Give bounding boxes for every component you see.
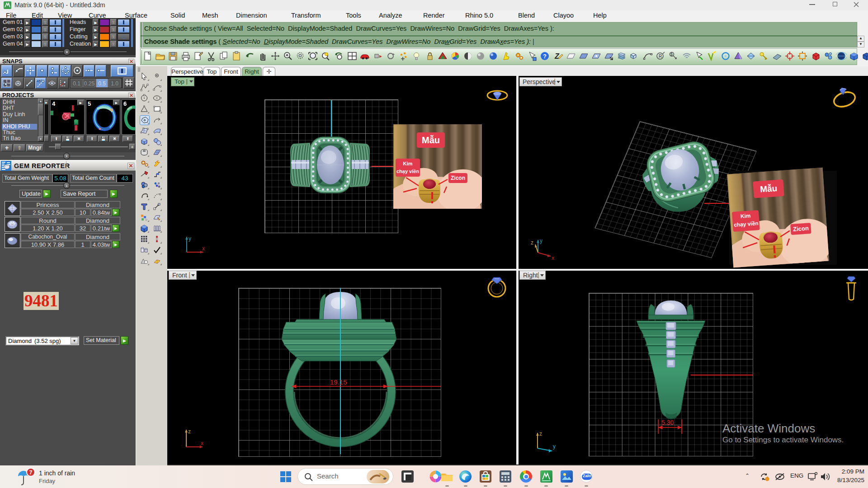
- svg-text:x: x: [202, 245, 205, 252]
- svg-text:z: z: [531, 239, 533, 246]
- svg-text:$: $: [670, 52, 673, 56]
- svg-text:z: z: [539, 431, 542, 437]
- svg-text:?: ?: [543, 53, 547, 60]
- svg-text:y: y: [553, 443, 556, 450]
- svg-text:19.15: 19.15: [330, 379, 347, 386]
- svg-text:x: x: [201, 440, 203, 446]
- svg-text:R: R: [659, 54, 662, 59]
- svg-text:y: y: [189, 235, 191, 242]
- svg-text:y: y: [540, 238, 542, 244]
- svg-text:5.30: 5.30: [661, 419, 674, 426]
- svg-text:x: x: [552, 255, 554, 261]
- svg-text:z: z: [188, 428, 191, 435]
- svg-text:45°: 45°: [37, 79, 42, 83]
- svg-text:Z: Z: [554, 52, 560, 60]
